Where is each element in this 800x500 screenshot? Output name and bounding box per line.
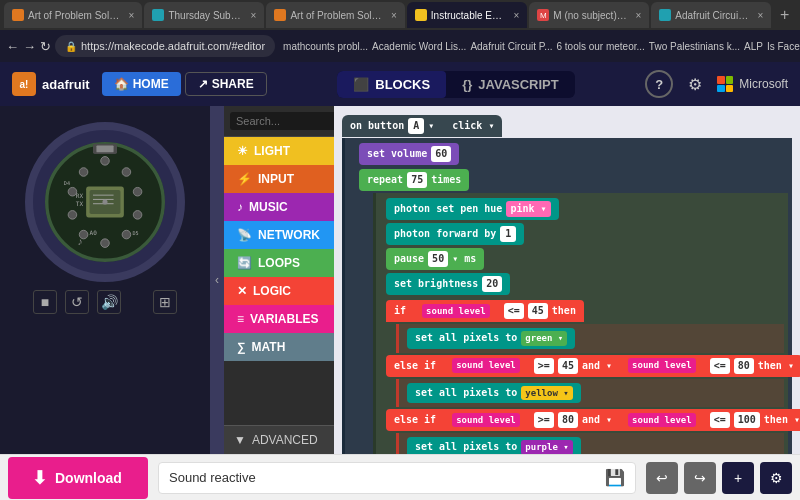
tab-close-3[interactable]: × xyxy=(391,10,397,21)
redo-button[interactable]: ↪ xyxy=(684,462,716,494)
if-body-3: set all pixels to purple ▾ xyxy=(396,433,784,454)
mute-button[interactable]: 🔊 xyxy=(97,290,121,314)
block-repeat[interactable]: repeat 75 times xyxy=(359,169,469,191)
tab-label-4: Instructable Editor xyxy=(431,10,506,21)
share-button[interactable]: ↗ SHARE xyxy=(185,72,267,96)
javascript-mode-button[interactable]: {} JAVASCRIPT xyxy=(446,71,575,98)
tab-label-5: M (no subject) - 103568... xyxy=(553,10,627,21)
more-options-button[interactable]: ⚙ xyxy=(760,462,792,494)
block-photon-pen-hue[interactable]: photon set pen hue pink ▾ xyxy=(386,198,559,220)
repeat-value[interactable]: 75 xyxy=(407,172,427,188)
val2b[interactable]: 80 xyxy=(734,358,754,374)
block-row-volume: set volume 60 xyxy=(359,142,788,166)
bookmark-4[interactable]: 6 tools our meteor... xyxy=(556,41,644,52)
sim-controls: ■ ↺ 🔊 ⊞ xyxy=(33,290,177,314)
color-yellow[interactable]: yellow ▾ xyxy=(521,386,572,401)
bottom-bar: ⬇ Download 💾 ↩ ↪ + ⚙ xyxy=(0,454,800,500)
block-elif-2[interactable]: else if sound level >= 80 and ▾ sound le… xyxy=(386,409,800,431)
brightness-value[interactable]: 20 xyxy=(482,276,502,292)
tab-close-4[interactable]: × xyxy=(514,10,520,21)
category-light[interactable]: ☀ LIGHT xyxy=(224,137,334,165)
filename-bar: 💾 xyxy=(158,462,636,494)
op3b[interactable]: <= xyxy=(710,412,730,428)
category-math[interactable]: ∑ MATH xyxy=(224,333,334,361)
hue-value[interactable]: pink ▾ xyxy=(506,201,550,217)
download-button[interactable]: ⬇ Download xyxy=(8,457,148,499)
color-purple[interactable]: purple ▾ xyxy=(521,440,572,454)
category-variables[interactable]: ≡ VARIABLES xyxy=(224,305,334,333)
category-network[interactable]: 📡 NETWORK xyxy=(224,221,334,249)
panel-toggle-button[interactable]: ‹ xyxy=(210,106,224,454)
circuit-board-svg: A0 TX RX D4 D5 ♪ xyxy=(45,132,165,272)
forward-button[interactable]: → xyxy=(23,35,36,57)
button-input[interactable]: A xyxy=(408,118,424,134)
forward-value[interactable]: 1 xyxy=(500,226,516,242)
adafruit-logo: a! adafruit xyxy=(12,72,90,96)
home-button[interactable]: 🏠 HOME xyxy=(102,72,181,96)
reload-button[interactable]: ↻ xyxy=(40,35,51,57)
url-bar[interactable]: 🔒 https://makecode.adafruit.com/#editor xyxy=(55,35,275,57)
block-body: set volume 60 repeat 75 times xyxy=(342,138,792,454)
op2b[interactable]: <= xyxy=(710,358,730,374)
download-label: Download xyxy=(55,470,122,486)
tab-close-1[interactable]: × xyxy=(129,10,135,21)
val2a[interactable]: 45 xyxy=(558,358,578,374)
svg-point-8 xyxy=(101,157,110,166)
bookmark-3[interactable]: Adafruit Circuit P... xyxy=(470,41,552,52)
back-button[interactable]: ← xyxy=(6,35,19,57)
bookmark-7[interactable]: Is Facebook neutr... xyxy=(767,41,800,52)
new-tab-button[interactable]: + xyxy=(773,3,796,27)
category-logic[interactable]: ✕ LOGIC xyxy=(224,277,334,305)
block-set-brightness[interactable]: set brightness 20 xyxy=(386,273,510,295)
category-loops[interactable]: 🔄 LOOPS xyxy=(224,249,334,277)
tab-adafruit[interactable]: Adafruit Circuit Play... × xyxy=(651,2,771,28)
undo-button[interactable]: ↩ xyxy=(646,462,678,494)
bookmark-1[interactable]: mathcounts probl... xyxy=(283,41,368,52)
advanced-button[interactable]: ▼ ADVANCED xyxy=(224,425,334,454)
color-green[interactable]: green ▾ xyxy=(521,331,567,346)
bookmark-2[interactable]: Academic Word Lis... xyxy=(372,41,466,52)
block-photon-forward[interactable]: photon forward by 1 xyxy=(386,223,524,245)
block-purple-pixels[interactable]: set all pixels to purple ▾ xyxy=(407,437,581,454)
microsoft-text: Microsoft xyxy=(739,77,788,91)
tab-gmail[interactable]: M M (no subject) - 103568... × xyxy=(529,2,649,28)
tab-close-5[interactable]: × xyxy=(635,10,641,21)
stop-button[interactable]: ■ xyxy=(33,290,57,314)
pause-value[interactable]: 50 xyxy=(428,251,448,267)
save-icon[interactable]: 💾 xyxy=(605,468,625,487)
main-content: A0 TX RX D4 D5 ♪ ■ ↺ 🔊 ⊞ xyxy=(0,106,800,454)
block-yellow-pixels[interactable]: set all pixels to yellow ▾ xyxy=(407,383,581,404)
block-pause[interactable]: pause 50 ▾ ms xyxy=(386,248,484,270)
val1[interactable]: 45 xyxy=(528,303,548,319)
val3a[interactable]: 80 xyxy=(558,412,578,428)
bookmark-5[interactable]: Two Palestinians k... xyxy=(649,41,740,52)
svg-text:♪: ♪ xyxy=(78,236,83,247)
blocks-mode-button[interactable]: ⬛ BLOCKS xyxy=(337,71,446,98)
block-if-1[interactable]: if sound level <= 45 then xyxy=(386,300,584,322)
restart-button[interactable]: ↺ xyxy=(65,290,89,314)
val3b[interactable]: 100 xyxy=(734,412,760,428)
block-on-button[interactable]: on button A ▾ click ▾ xyxy=(342,115,502,137)
tab-art-of-problem-2[interactable]: Art of Problem Solving × xyxy=(266,2,404,28)
bookmark-6[interactable]: ALP xyxy=(744,41,763,52)
tab-close-2[interactable]: × xyxy=(251,10,257,21)
help-button[interactable]: ? xyxy=(645,70,673,98)
tab-art-of-problem-1[interactable]: Art of Problem Solving × xyxy=(4,2,142,28)
op1[interactable]: <= xyxy=(504,303,524,319)
category-music[interactable]: ♪ MUSIC xyxy=(224,193,334,221)
tab-instructable[interactable]: Instructable Editor × xyxy=(407,2,528,28)
block-set-volume[interactable]: set volume 60 xyxy=(359,143,459,165)
block-elif-1[interactable]: else if sound level >= 45 and ▾ sound le… xyxy=(386,355,800,377)
fullscreen-button[interactable]: ⊞ xyxy=(153,290,177,314)
op2a[interactable]: >= xyxy=(534,358,554,374)
category-input[interactable]: ⚡ INPUT xyxy=(224,165,334,193)
block-green-pixels[interactable]: set all pixels to green ▾ xyxy=(407,328,575,349)
tab-thursday[interactable]: Thursday Sub Work... × xyxy=(144,2,264,28)
logo-icon: a! xyxy=(12,72,36,96)
op3a[interactable]: >= xyxy=(534,412,554,428)
tab-close-6[interactable]: × xyxy=(757,10,763,21)
settings-button[interactable]: ⚙ xyxy=(681,70,709,98)
volume-value[interactable]: 60 xyxy=(431,146,451,162)
filename-input[interactable] xyxy=(169,470,605,485)
zoom-in-button[interactable]: + xyxy=(722,462,754,494)
